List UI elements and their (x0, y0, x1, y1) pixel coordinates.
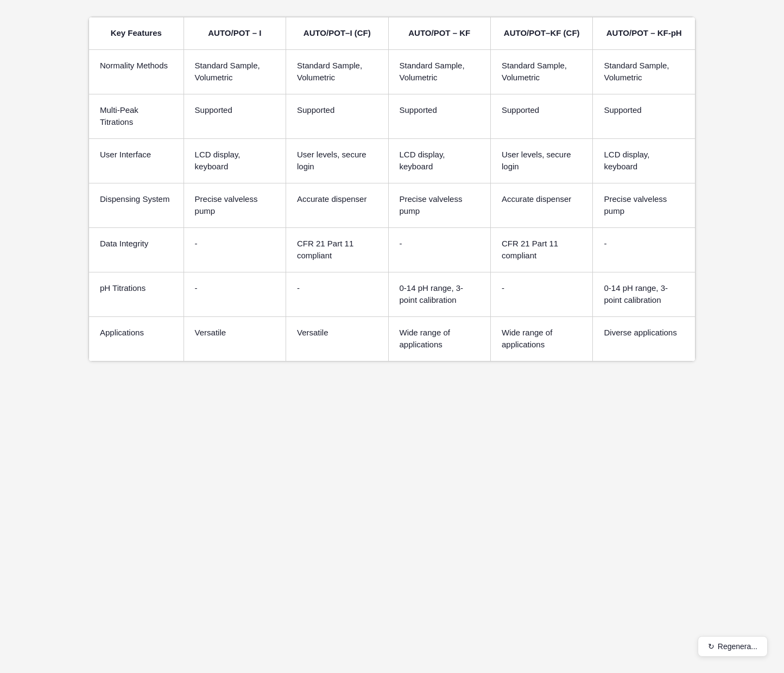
data-cell: Supported (184, 94, 286, 138)
table-row: User InterfaceLCD display, keyboardUser … (89, 138, 696, 183)
comparison-table-container: Key Features AUTO/POT – I AUTO/POT–I (CF… (88, 16, 696, 362)
data-cell: Versatile (286, 316, 389, 361)
table-row: Dispensing SystemPrecise valveless pumpA… (89, 183, 696, 227)
data-cell: LCD display, keyboard (593, 138, 696, 183)
data-cell: Wide range of applications (388, 316, 490, 361)
data-cell: Accurate dispenser (286, 183, 389, 227)
data-cell: Supported (490, 94, 593, 138)
data-cell: - (490, 272, 593, 316)
table-row: Multi-Peak TitrationsSupportedSupportedS… (89, 94, 696, 138)
data-cell: CFR 21 Part 11 compliant (490, 227, 593, 272)
table-row: Normality MethodsStandard Sample, Volume… (89, 49, 696, 94)
data-cell: User levels, secure login (490, 138, 593, 183)
regenerate-label: Regenera... (718, 642, 757, 651)
table-header-row: Key Features AUTO/POT – I AUTO/POT–I (CF… (89, 17, 696, 50)
data-cell: Versatile (184, 316, 286, 361)
data-cell: - (286, 272, 389, 316)
data-cell: Precise valveless pump (593, 183, 696, 227)
data-cell: Standard Sample, Volumetric (286, 49, 389, 94)
table-row: pH Titrations--0-14 pH range, 3-point ca… (89, 272, 696, 316)
data-cell: - (184, 227, 286, 272)
header-col2: AUTO/POT–I (CF) (286, 17, 389, 50)
data-cell: Standard Sample, Volumetric (593, 49, 696, 94)
header-col1: AUTO/POT – I (184, 17, 286, 50)
table-row: Data Integrity-CFR 21 Part 11 compliant-… (89, 227, 696, 272)
feature-cell: Data Integrity (89, 227, 184, 272)
data-cell: Wide range of applications (490, 316, 593, 361)
data-cell: Standard Sample, Volumetric (490, 49, 593, 94)
feature-cell: Dispensing System (89, 183, 184, 227)
feature-cell: Normality Methods (89, 49, 184, 94)
header-col4: AUTO/POT–KF (CF) (490, 17, 593, 50)
data-cell: User levels, secure login (286, 138, 389, 183)
header-col5: AUTO/POT – KF-pH (593, 17, 696, 50)
data-cell: 0-14 pH range, 3-point calibration (593, 272, 696, 316)
header-features: Key Features (89, 17, 184, 50)
data-cell: Diverse applications (593, 316, 696, 361)
table-row: ApplicationsVersatileVersatileWide range… (89, 316, 696, 361)
data-cell: Supported (286, 94, 389, 138)
feature-cell: pH Titrations (89, 272, 184, 316)
data-cell: LCD display, keyboard (388, 138, 490, 183)
comparison-table: Key Features AUTO/POT – I AUTO/POT–I (CF… (88, 17, 696, 361)
data-cell: Accurate dispenser (490, 183, 593, 227)
data-cell: - (388, 227, 490, 272)
data-cell: LCD display, keyboard (184, 138, 286, 183)
data-cell: - (184, 272, 286, 316)
data-cell: - (593, 227, 696, 272)
data-cell: Supported (593, 94, 696, 138)
data-cell: Precise valveless pump (184, 183, 286, 227)
data-cell: Standard Sample, Volumetric (388, 49, 490, 94)
data-cell: Standard Sample, Volumetric (184, 49, 286, 94)
feature-cell: User Interface (89, 138, 184, 183)
header-col3: AUTO/POT – KF (388, 17, 490, 50)
data-cell: Precise valveless pump (388, 183, 490, 227)
data-cell: 0-14 pH range, 3-point calibration (388, 272, 490, 316)
data-cell: CFR 21 Part 11 compliant (286, 227, 389, 272)
feature-cell: Multi-Peak Titrations (89, 94, 184, 138)
regenerate-icon: ↻ (708, 642, 715, 651)
data-cell: Supported (388, 94, 490, 138)
feature-cell: Applications (89, 316, 184, 361)
regenerate-button[interactable]: ↻ Regenera... (698, 636, 768, 657)
